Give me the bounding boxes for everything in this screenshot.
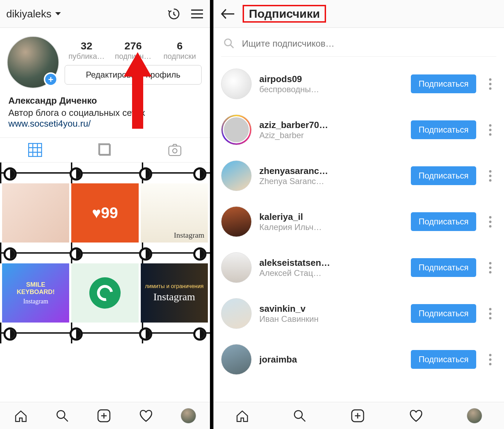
nav-home-icon[interactable] [14, 409, 28, 423]
follower-avatar[interactable] [221, 69, 252, 99]
follower-avatar[interactable] [221, 344, 252, 375]
more-options-icon[interactable] [484, 216, 496, 228]
post-thumb[interactable] [2, 183, 69, 243]
menu-icon[interactable] [190, 9, 204, 19]
follower-row[interactable]: zhenyasaranc…Zhenya Saranc…Подписаться [221, 153, 496, 199]
follower-avatar[interactable] [221, 160, 252, 191]
more-options-icon[interactable] [484, 170, 496, 182]
more-options-icon[interactable] [484, 262, 496, 273]
stat-posts[interactable]: 32 публика… [63, 40, 110, 61]
nav-profile-avatar[interactable] [467, 408, 482, 423]
post-thumb[interactable]: Instagram [141, 183, 208, 243]
thumb-likes-label: ♥99 [92, 204, 118, 222]
nav-add-icon[interactable] [350, 408, 365, 423]
bio: Александр Диченко Автор блога о социальн… [0, 92, 210, 137]
follower-row[interactable]: airpods09беспроводны…Подписаться [221, 61, 496, 107]
more-options-icon[interactable] [484, 124, 496, 136]
follower-text: airpods09беспроводны… [259, 74, 403, 94]
pane-divider [210, 0, 213, 429]
thumb-caption: Instagram [174, 231, 204, 240]
username-dropdown[interactable]: dikiyaleks [6, 8, 61, 20]
follower-text: alekseistatsen…Алексей Стац… [259, 257, 403, 278]
thumb-text-3: Instagram [17, 298, 55, 305]
topbar-actions [167, 7, 204, 21]
nav-profile-avatar[interactable] [181, 408, 196, 423]
post-thumb[interactable]: SMILE KEYBOARD! Instagram [2, 263, 69, 323]
thumb-text-2: KEYBOARD! [17, 288, 55, 296]
follow-button[interactable]: Подписаться [411, 166, 476, 185]
post-thumb[interactable]: лимиты и ограничения Instagram [141, 263, 208, 323]
follower-text: aziz_barber70…Aziz_barber [259, 120, 403, 140]
follower-displayname: Иван Савинкин [259, 314, 403, 324]
svg-point-12 [57, 411, 65, 419]
more-options-icon[interactable] [484, 78, 496, 90]
follow-button[interactable]: Подписаться [411, 350, 476, 369]
nav-activity-icon[interactable] [409, 408, 423, 423]
username-label: dikiyaleks [6, 8, 51, 20]
stat-followers-count: 276 [110, 40, 156, 52]
bottom-nav [213, 402, 504, 429]
profile-header: + 32 публика… 276 подписч… 6 подписки Ре… [0, 28, 210, 92]
more-options-icon[interactable] [484, 354, 496, 365]
nav-home-icon[interactable] [235, 409, 249, 423]
bio-link[interactable]: www.socseti4you.ru/ [8, 118, 91, 129]
follower-row[interactable]: aziz_barber70…Aziz_barberПодписаться [221, 107, 496, 153]
follower-row[interactable]: kaleriya_ilКалерия Ильч…Подписаться [221, 199, 496, 245]
follow-button[interactable]: Подписаться [411, 74, 476, 93]
follower-displayname: беспроводны… [259, 85, 403, 94]
archive-icon[interactable] [167, 7, 181, 21]
tab-tagged[interactable] [140, 138, 210, 162]
follower-avatar[interactable] [221, 114, 252, 145]
topbar: dikiyaleks [0, 0, 210, 28]
add-story-icon[interactable]: + [44, 72, 58, 86]
follower-avatar[interactable] [221, 298, 252, 329]
follower-text: savinkin_vИван Савинкин [259, 303, 403, 324]
follower-displayname: Zhenya Saranc… [259, 176, 403, 186]
stat-following-count: 6 [156, 40, 203, 52]
follow-button[interactable]: Подписаться [411, 304, 476, 323]
svg-rect-10 [169, 146, 181, 156]
tab-feed[interactable] [70, 138, 140, 162]
svg-point-21 [294, 411, 302, 419]
annotation-arrow-icon [124, 52, 152, 129]
nav-search-icon[interactable] [293, 409, 307, 423]
svg-rect-9 [99, 144, 109, 154]
svg-point-11 [173, 149, 177, 153]
topbar: Подписчики [213, 0, 504, 28]
profile-screen: dikiyaleks + 32 публика… [0, 0, 210, 429]
follower-username: joraimba [259, 354, 403, 365]
post-thumb[interactable] [71, 263, 138, 323]
nav-search-icon[interactable] [55, 409, 69, 423]
followers-screen: Подписчики airpods09беспроводны…Подписат… [213, 0, 504, 429]
follower-row[interactable]: joraimbaПодписаться [221, 336, 496, 382]
stat-following-label: подписки [156, 52, 203, 61]
search-input[interactable] [242, 38, 494, 49]
stat-following[interactable]: 6 подписки [156, 40, 203, 61]
follow-button[interactable]: Подписаться [411, 258, 476, 277]
svg-rect-8 [100, 145, 110, 155]
avatar-wrap[interactable]: + [7, 36, 59, 88]
follower-text: zhenyasaranc…Zhenya Saranc… [259, 166, 403, 186]
back-icon[interactable] [220, 8, 235, 20]
profile-tabs [0, 137, 210, 162]
grid-separator [0, 323, 210, 343]
post-thumb[interactable]: ♥99 [71, 183, 138, 243]
follow-button[interactable]: Подписаться [411, 212, 476, 231]
nav-add-icon[interactable] [97, 408, 111, 423]
follower-displayname: Калерия Ильч… [259, 222, 403, 232]
follower-displayname: Aziz_barber [259, 130, 403, 140]
follower-avatar[interactable] [221, 252, 252, 283]
bottom-nav [0, 402, 210, 429]
more-options-icon[interactable] [484, 308, 496, 319]
follower-row[interactable]: alekseistatsen…Алексей Стац…Подписаться [221, 245, 496, 291]
followers-title: Подписчики [243, 5, 326, 23]
follower-avatar[interactable] [221, 206, 252, 237]
bio-name: Александр Диченко [8, 95, 202, 106]
follow-button[interactable]: Подписаться [411, 120, 476, 139]
clock-icon [89, 277, 121, 309]
followers-list: airpods09беспроводны…Подписатьсяaziz_bar… [213, 58, 504, 402]
nav-activity-icon[interactable] [139, 408, 153, 423]
follower-username: airpods09 [259, 74, 403, 85]
follower-row[interactable]: savinkin_vИван СавинкинПодписаться [221, 291, 496, 336]
tab-grid[interactable] [0, 138, 70, 162]
